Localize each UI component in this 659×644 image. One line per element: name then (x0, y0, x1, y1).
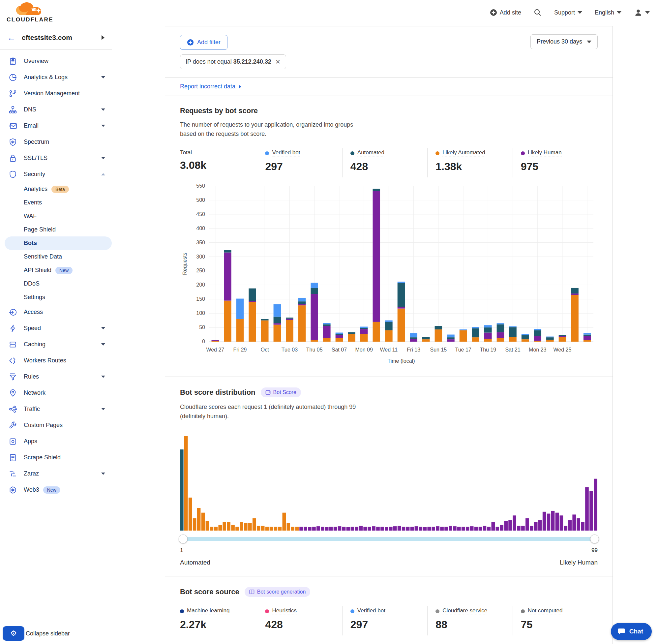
sidebar-item-label: Analytics & Logs (24, 74, 68, 81)
sidebar-item-scrape-shield[interactable]: Scrape Shield (0, 450, 112, 466)
stat-label[interactable]: Likely Automated (436, 150, 485, 157)
stat-label[interactable]: Machine learning (180, 607, 230, 615)
dns-icon (8, 106, 17, 114)
date-range-dropdown[interactable]: Previous 30 days (531, 34, 598, 49)
sidebar-subitem-label: API Shield (24, 267, 51, 274)
top-nav: CLOUDFLARE Add site Support English (0, 0, 659, 25)
stat-value: 297 (350, 619, 427, 631)
chevron-up-icon (101, 173, 105, 176)
chevron-down-icon (101, 375, 105, 378)
sidebar-item-analytics-logs[interactable]: Analytics & Logs (0, 69, 112, 86)
sidebar-item-web3[interactable]: Web3New (0, 482, 112, 498)
chat-button[interactable]: Chat (611, 623, 652, 640)
sidebar-item-version-management[interactable]: Version Management (0, 86, 112, 101)
sidebar-item-dns[interactable]: DNS (0, 101, 112, 118)
sidebar-item-custom-pages[interactable]: Custom Pages (0, 417, 112, 433)
svg-text:50: 50 (199, 324, 205, 330)
language-menu[interactable]: English (595, 9, 621, 16)
slider-handle-max[interactable] (590, 534, 599, 544)
site-switcher[interactable]: ← cftestsite3.com (0, 25, 112, 50)
sidebar-item-ssl-tls[interactable]: SSL/TLS (0, 150, 112, 166)
stat-value: 1.38k (436, 161, 512, 173)
main-content: Add filter IP does not equal 35.212.240.… (165, 26, 613, 644)
add-filter-button[interactable]: Add filter (180, 35, 228, 50)
sidebar-subitem-page-shield[interactable]: Page Shield (0, 223, 112, 236)
svg-text:Requests: Requests (182, 253, 188, 275)
add-site-button[interactable]: Add site (490, 9, 521, 16)
sidebar-subitem-label: WAF (24, 213, 37, 220)
svg-text:450: 450 (196, 211, 205, 217)
legend-dot (350, 610, 354, 613)
svg-text:200: 200 (196, 282, 205, 288)
svg-text:Wed 11: Wed 11 (380, 347, 398, 352)
sidebar-subitem-events[interactable]: Events (0, 196, 112, 209)
stat-label[interactable]: Verified bot (265, 150, 300, 157)
search-button[interactable] (534, 8, 542, 17)
svg-text:100: 100 (196, 310, 205, 316)
sidebar-item-access[interactable]: Access (0, 304, 112, 320)
sidebar-subitem-ddos[interactable]: DDoS (0, 277, 112, 291)
legend-dot (265, 151, 269, 155)
back-arrow-icon[interactable]: ← (7, 33, 16, 42)
apps-icon (8, 437, 17, 446)
sidebar-subitem-analytics[interactable]: AnalyticsBeta (0, 182, 112, 196)
sidebar-item-security[interactable]: Security (0, 166, 112, 182)
filter-chip[interactable]: IP does not equal 35.212.240.32 ✕ (180, 54, 286, 69)
svg-text:400: 400 (196, 226, 205, 231)
sidebar-subitem-sensitive-data[interactable]: Sensitive Data (0, 250, 112, 263)
access-icon (8, 308, 17, 317)
bot-score-badge[interactable]: Bot Score (261, 388, 301, 397)
email-icon (8, 122, 17, 130)
sidebar-subitem-settings[interactable]: Settings (0, 291, 112, 304)
collapse-sidebar-button[interactable]: Collapse sidebar (26, 630, 70, 637)
source-stat-heuristics: Heuristics 428 (257, 606, 342, 636)
sidebar: ← cftestsite3.com Overview Analytics & L… (0, 25, 112, 644)
bot-score-generation-badge[interactable]: Bot score generation (244, 587, 310, 597)
sidebar-item-label: Caching (24, 341, 46, 348)
zaraz-icon (8, 469, 17, 478)
cloudflare-logo[interactable]: CLOUDFLARE (6, 2, 53, 23)
stat-label[interactable]: Not computed (521, 607, 563, 615)
preferences-gear-button[interactable]: ⚙ (3, 626, 24, 641)
sidebar-item-email[interactable]: Email (0, 118, 112, 134)
stat-label[interactable]: Cloudflare service (436, 607, 487, 615)
svg-text:Time (local): Time (local) (388, 358, 415, 364)
slider-track[interactable] (181, 537, 597, 541)
stat-label[interactable]: Verified bot (350, 607, 385, 615)
sidebar-item-overview[interactable]: Overview (0, 53, 112, 69)
sidebar-item-zaraz[interactable]: Zaraz (0, 466, 112, 482)
svg-text:550: 550 (196, 183, 205, 189)
sidebar-item-apps[interactable]: Apps (0, 433, 112, 450)
sidebar-item-speed[interactable]: Speed (0, 320, 112, 336)
site-name: cftestsite3.com (22, 33, 96, 42)
report-incorrect-data-link[interactable]: Report incorrect data (180, 83, 235, 90)
section-description: Cloudflare scores each request 1 (defini… (180, 402, 358, 421)
clipboard-icon (8, 57, 17, 66)
section-title: Requests by bot score (180, 107, 258, 115)
support-menu[interactable]: Support (554, 9, 582, 16)
sidebar-subitem-label: Bots (24, 240, 37, 247)
sidebar-item-traffic[interactable]: Traffic (0, 401, 112, 417)
sidebar-item-workers-routes[interactable]: Workers Routes (0, 352, 112, 369)
svg-text:Fri 29: Fri 29 (233, 347, 247, 352)
sidebar-subitem-api-shield[interactable]: API ShieldNew (0, 263, 112, 277)
legend-dot (180, 610, 184, 613)
stat-label[interactable]: Likely Human (521, 150, 562, 157)
sidebar-subitem-label: DDoS (24, 280, 40, 287)
sidebar-item-spectrum[interactable]: Spectrum (0, 134, 112, 150)
remove-filter-icon[interactable]: ✕ (275, 58, 281, 66)
stat-label[interactable]: Heuristics (265, 607, 297, 615)
new-badge: New (43, 486, 60, 493)
source-stat-not-computed: Not computed 75 (513, 606, 598, 636)
sidebar-item-caching[interactable]: Caching (0, 336, 112, 352)
stat-label[interactable]: Automated (350, 150, 384, 157)
sidebar-item-rules[interactable]: Rules (0, 369, 112, 385)
sidebar-item-network[interactable]: Network (0, 385, 112, 401)
svg-text:250: 250 (196, 268, 205, 273)
gear-icon: ⚙ (10, 629, 17, 638)
account-menu[interactable] (634, 8, 650, 17)
slider-handle-min[interactable] (179, 534, 188, 544)
sidebar-subitem-waf[interactable]: WAF (0, 209, 112, 223)
sidebar-subitem-bots[interactable]: Bots (5, 236, 112, 250)
sidebar-item-label: Workers Routes (24, 357, 66, 364)
